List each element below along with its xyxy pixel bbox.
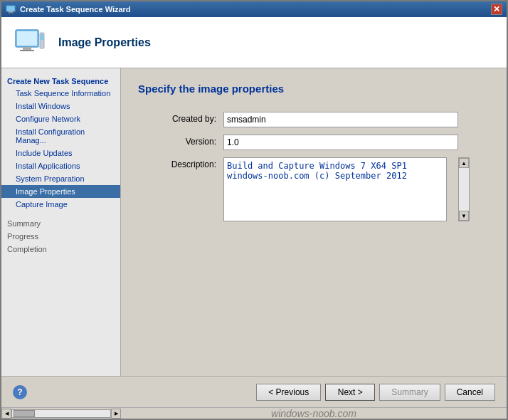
scrollbar-down-arrow[interactable]: ▼ — [459, 211, 469, 221]
scrollbar-up-arrow[interactable]: ▲ — [459, 158, 469, 168]
svg-rect-1 — [9, 11, 13, 13]
form-container: Created by: Version: Description: Build … — [152, 112, 490, 224]
header-title: Image Properties — [58, 36, 151, 49]
title-bar-left: Create Task Sequence Wizard — [6, 4, 131, 14]
svg-rect-2 — [8, 13, 14, 14]
right-content: Specify the image properties Created by:… — [121, 68, 507, 376]
form-row-version: Version: — [152, 135, 490, 150]
sidebar-item-install-configuration-manager[interactable]: Install Configuration Manag... — [1, 125, 120, 147]
watermark: windows-noob.com — [121, 408, 507, 419]
form-row-created-by: Created by: — [152, 112, 490, 127]
scrollbar-track[interactable] — [11, 409, 111, 418]
sidebar-item-install-windows[interactable]: Install Windows — [1, 100, 120, 112]
summary-button[interactable]: Summary — [379, 384, 440, 401]
description-scrollbar[interactable]: ▲ ▼ — [458, 157, 470, 221]
help-button[interactable]: ? — [13, 385, 27, 399]
svg-rect-6 — [20, 50, 34, 51]
title-bar-icon — [6, 4, 16, 14]
description-wrapper: Build and Capture Windows 7 X64 SP1 wind… — [223, 157, 470, 224]
footer-buttons: < Previous Next > Summary Cancel — [256, 384, 495, 401]
scrollbar-right-arrow[interactable]: ▶ — [111, 409, 121, 419]
page-title: Specify the image properties — [138, 83, 490, 95]
created-by-label: Created by: — [152, 112, 223, 124]
scrollbar-thumb[interactable] — [14, 410, 35, 417]
sidebar-item-summary[interactable]: Summary — [1, 216, 120, 229]
sidebar-item-progress[interactable]: Progress — [1, 229, 120, 242]
sidebar-item-include-updates[interactable]: Include Updates — [1, 147, 120, 159]
svg-rect-8 — [41, 34, 43, 40]
svg-rect-5 — [23, 47, 31, 50]
created-by-input[interactable] — [223, 112, 458, 127]
cancel-button[interactable]: Cancel — [445, 384, 495, 401]
close-button[interactable]: ✕ — [491, 4, 502, 15]
bottom-scrollbar: ◀ ▶ windows-noob.com — [1, 407, 507, 419]
sidebar-item-capture-image[interactable]: Capture Image — [1, 198, 120, 211]
header-computer-icon — [13, 26, 47, 60]
next-button[interactable]: Next > — [325, 384, 375, 401]
form-row-description: Description: Build and Capture Windows 7… — [152, 157, 490, 224]
title-bar-text: Create Task Sequence Wizard — [20, 5, 131, 14]
wizard-window: Create Task Sequence Wizard ✕ Image Prop… — [0, 0, 508, 420]
description-label: Description: — [152, 157, 223, 169]
sidebar-item-system-preparation[interactable]: System Preparation — [1, 172, 120, 185]
footer-left: ? — [13, 385, 27, 399]
sidebar-item-completion[interactable]: Completion — [1, 242, 120, 255]
version-input[interactable] — [223, 135, 458, 150]
footer: ? < Previous Next > Summary Cancel — [1, 376, 507, 407]
sidebar-item-install-applications[interactable]: Install Applications — [1, 159, 120, 172]
main-content: Create New Task Sequence Task Sequence I… — [1, 68, 507, 376]
description-textarea[interactable]: Build and Capture Windows 7 X64 SP1 wind… — [223, 157, 447, 221]
version-label: Version: — [152, 135, 223, 147]
sidebar: Create New Task Sequence Task Sequence I… — [1, 68, 121, 376]
svg-rect-0 — [6, 6, 15, 11]
scrollbar-left-arrow[interactable]: ◀ — [1, 409, 11, 419]
sidebar-item-configure-network[interactable]: Configure Network — [1, 112, 120, 125]
sidebar-item-task-sequence-information[interactable]: Task Sequence Information — [1, 87, 120, 100]
svg-rect-4 — [17, 31, 37, 46]
sidebar-section-create-new: Create New Task Sequence — [1, 74, 120, 87]
header-panel: Image Properties — [1, 17, 507, 68]
sidebar-item-image-properties[interactable]: Image Properties — [1, 185, 120, 198]
title-bar: Create Task Sequence Wizard ✕ — [1, 1, 507, 17]
previous-button[interactable]: < Previous — [256, 384, 321, 401]
